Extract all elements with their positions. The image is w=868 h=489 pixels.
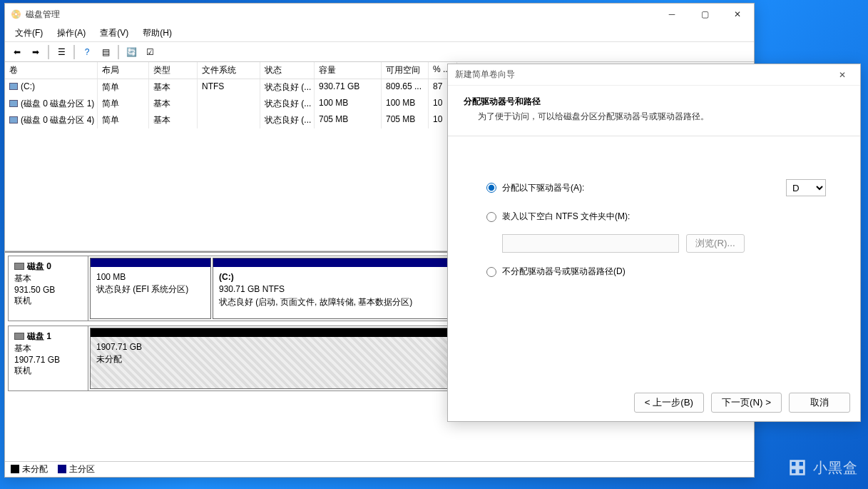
label-mount-folder: 装入以下空白 NTFS 文件夹中(M):	[502, 211, 630, 223]
forward-icon[interactable]: ➡	[28, 44, 44, 60]
maximize-button[interactable]: ▢	[688, 4, 721, 25]
disk-label[interactable]: 磁盘 0基本931.50 GB联机	[9, 256, 88, 321]
col-free[interactable]: 可用空间	[382, 62, 429, 79]
watermark: 小黑盒	[787, 458, 858, 478]
menubar: 文件(F) 操作(A) 查看(V) 帮助(H)	[5, 25, 754, 42]
detail-view-icon[interactable]: ▤	[98, 44, 113, 60]
toolbar: ⬅ ➡ ☰ ? ▤ 🔄 ☑	[5, 42, 754, 62]
radio-assign-letter[interactable]	[486, 183, 496, 193]
col-capacity[interactable]: 容量	[315, 62, 382, 79]
disk-label[interactable]: 磁盘 1基本1907.71 GB联机	[9, 326, 88, 390]
close-button[interactable]: ✕	[721, 4, 754, 25]
watermark-logo-icon	[787, 458, 807, 478]
drive-letter-select[interactable]: D	[786, 179, 826, 196]
titlebar: 📀 磁盘管理 ─ ▢ ✕	[5, 4, 754, 25]
browse-button: 浏览(R)...	[686, 234, 745, 253]
col-type[interactable]: 类型	[149, 62, 198, 79]
menu-action[interactable]: 操作(A)	[53, 26, 90, 41]
menu-help[interactable]: 帮助(H)	[138, 26, 176, 41]
col-volume[interactable]: 卷	[5, 62, 98, 79]
legend-primary: 主分区	[69, 464, 95, 474]
menu-view[interactable]: 查看(V)	[96, 26, 133, 41]
back-icon[interactable]: ⬅	[9, 44, 25, 60]
next-button[interactable]: 下一页(N) >	[711, 393, 782, 413]
dialog-subheading: 为了便于访问，可以给磁盘分区分配驱动器号或驱动器路径。	[464, 111, 844, 123]
separator	[118, 45, 119, 59]
col-status[interactable]: 状态	[260, 62, 315, 79]
cancel-button[interactable]: 取消	[789, 393, 850, 413]
separator	[73, 45, 75, 59]
refresh-icon[interactable]: 🔄	[123, 44, 139, 60]
separator	[48, 45, 49, 59]
label-no-assign: 不分配驱动器号或驱动器路径(D)	[502, 266, 626, 278]
dialog-title: 新建简单卷向导	[455, 69, 515, 81]
partition[interactable]: 100 MB状态良好 (EFI 系统分区)	[90, 258, 211, 319]
wizard-dialog: 新建简单卷向导 ✕ 分配驱动器号和路径 为了便于访问，可以给磁盘分区分配驱动器号…	[447, 64, 861, 422]
back-button[interactable]: < 上一步(B)	[634, 393, 704, 413]
label-assign-letter: 分配以下驱动器号(A):	[502, 182, 584, 194]
app-icon: 📀	[11, 9, 21, 19]
mount-path-input	[502, 234, 679, 253]
col-fs[interactable]: 文件系统	[198, 62, 260, 79]
dialog-heading: 分配驱动器号和路径	[464, 96, 844, 108]
legend: 未分配 主分区	[5, 461, 754, 477]
col-layout[interactable]: 布局	[98, 62, 149, 79]
list-view-icon[interactable]: ☰	[53, 44, 69, 60]
legend-unallocated: 未分配	[22, 464, 48, 474]
radio-no-assign[interactable]	[486, 267, 496, 277]
help-icon[interactable]: ?	[79, 44, 95, 60]
minimize-button[interactable]: ─	[655, 4, 688, 25]
dialog-titlebar: 新建简单卷向导 ✕	[448, 64, 860, 86]
radio-mount-folder[interactable]	[486, 212, 496, 222]
dialog-close-icon[interactable]: ✕	[832, 70, 853, 80]
menu-file[interactable]: 文件(F)	[11, 26, 47, 41]
window-title: 磁盘管理	[26, 9, 60, 21]
properties-icon[interactable]: ☑	[142, 44, 158, 60]
